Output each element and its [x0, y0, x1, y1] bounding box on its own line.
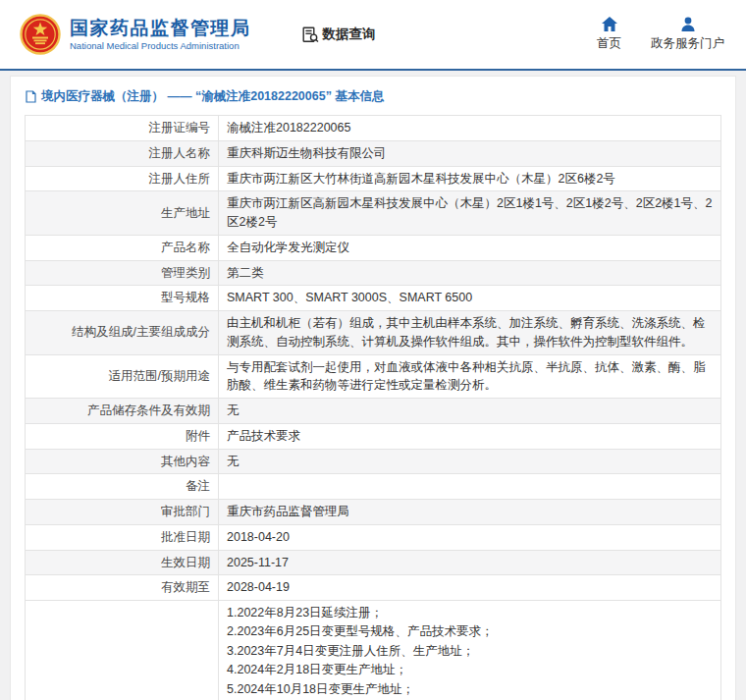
row-value: 2018-04-20: [219, 524, 721, 550]
change-record-line: 1.2022年8月23日延续注册；: [227, 604, 713, 622]
document-search-icon: [302, 27, 319, 43]
content-card: 境内医疗器械（注册） —— “渝械注准20182220065” 基本信息 注册证…: [10, 76, 736, 700]
row-label: 产品名称: [26, 235, 219, 260]
row-label: 注册人住所: [26, 166, 219, 191]
row-label: 生产地址: [26, 191, 219, 236]
row-value: 渝械注准20182220065: [219, 116, 721, 141]
site-title: 国家药品监督管理局: [70, 18, 251, 39]
table-row: 产品名称全自动化学发光测定仪: [26, 235, 721, 260]
row-label: 其他内容: [26, 449, 219, 474]
home-icon: [602, 17, 617, 31]
nav-home[interactable]: 首页: [597, 17, 621, 52]
table-row: 批准日期2018-04-20: [26, 524, 721, 550]
row-label: 审批部门: [26, 500, 219, 525]
table-row: 结构及组成/主要组成成分由主机和机柜（若有）组成，其中主机由样本系统、加注系统、…: [26, 311, 721, 355]
row-label: 附件: [26, 423, 219, 449]
table-row: 审批部门重庆市药品监督管理局: [26, 500, 721, 525]
row-value: [219, 474, 721, 500]
row-label: 适用范围/预期用途: [26, 354, 219, 399]
site-logo[interactable]: 国家药品监督管理局 National Medical Products Admi…: [20, 14, 251, 55]
table-row: 生效日期2025-11-17: [26, 550, 721, 575]
header-right-nav: 首页 政务服务门户: [597, 17, 728, 52]
table-row: 备注: [26, 474, 721, 500]
row-value: SMART 300、SMART 3000S、SMART 6500: [219, 286, 721, 311]
row-label: 注册人名称: [26, 140, 219, 166]
change-record-line: 4.2024年2月18日变更生产地址；: [227, 661, 713, 679]
row-value: 1.2022年8月23日延续注册；2.2023年6月25日变更型号规格、产品技术…: [219, 601, 721, 700]
row-value: 第二类: [219, 260, 721, 286]
row-value: 全自动化学发光测定仪: [219, 235, 721, 260]
table-row: 其他内容无: [26, 449, 721, 474]
row-label: 备注: [26, 474, 219, 500]
row-label: 产品储存条件及有效期: [26, 399, 219, 424]
table-row: 注册证编号渝械注准20182220065: [26, 116, 721, 141]
table-row: 注册人名称重庆科斯迈生物科技有限公司: [26, 140, 721, 166]
page-icon: [26, 90, 36, 103]
breadcrumb: 境内医疗器械（注册） —— “渝械注准20182220065” 基本信息: [25, 84, 721, 115]
row-label: 注册证编号: [26, 116, 219, 141]
table-row: 注册人住所重庆市两江新区大竹林街道高新园木星科技发展中心（木星）2区6楼2号: [26, 166, 721, 191]
row-value: 2025-11-17: [219, 550, 721, 575]
nav-gov-portal-label: 政务服务门户: [651, 35, 724, 52]
change-record-line: 3.2023年7月4日变更注册人住所、生产地址；: [227, 642, 713, 661]
change-record-line: 5.2024年10月18日变更生产地址；: [227, 680, 713, 699]
breadcrumb-text: 境内医疗器械（注册） —— “渝械注准20182220065” 基本信息: [41, 88, 384, 105]
row-label: 变更情况: [26, 601, 219, 700]
row-label: 批准日期: [26, 524, 219, 550]
user-icon: [680, 17, 696, 31]
row-value: 产品技术要求: [219, 423, 721, 449]
row-value: 由主机和机柜（若有）组成，其中主机由样本系统、加注系统、孵育系统、洗涤系统、检测…: [219, 311, 721, 355]
row-value: 无: [219, 449, 721, 474]
table-row: 产品储存条件及有效期无: [26, 399, 721, 424]
table-row: 型号规格SMART 300、SMART 3000S、SMART 6500: [26, 286, 721, 311]
table-row: 变更情况1.2022年8月23日延续注册；2.2023年6月25日变更型号规格、…: [26, 601, 721, 700]
table-row: 有效期至2028-04-19: [26, 575, 721, 601]
site-header: 国家药品监督管理局 National Medical Products Admi…: [0, 0, 746, 69]
nav-data-query[interactable]: 数据查询: [302, 26, 376, 43]
row-label: 生效日期: [26, 550, 219, 575]
row-label: 管理类别: [26, 260, 219, 286]
table-row: 管理类别第二类: [26, 260, 721, 286]
change-record-line: 2.2023年6月25日变更型号规格、产品技术要求；: [227, 622, 713, 641]
site-subtitle: National Medical Products Administration: [70, 40, 251, 51]
nav-data-query-label: 数据查询: [323, 26, 376, 43]
row-value: 重庆市两江新区高新园木星科技发展中心（木星）2区1楼1号、2区1楼2号、2区2楼…: [219, 191, 721, 236]
row-label: 结构及组成/主要组成成分: [26, 311, 219, 355]
row-label: 有效期至: [26, 575, 219, 601]
table-row: 生产地址重庆市两江新区高新园木星科技发展中心（木星）2区1楼1号、2区1楼2号、…: [26, 191, 721, 236]
nav-home-label: 首页: [597, 35, 621, 52]
table-row: 附件产品技术要求: [26, 423, 721, 449]
row-value: 无: [219, 399, 721, 424]
row-value: 2028-04-19: [219, 575, 721, 601]
row-value: 重庆科斯迈生物科技有限公司: [219, 140, 721, 166]
info-table: 注册证编号渝械注准20182220065注册人名称重庆科斯迈生物科技有限公司注册…: [25, 115, 721, 700]
table-row: 适用范围/预期用途与专用配套试剂一起使用，对血液或体液中各种相关抗原、半抗原、抗…: [26, 354, 721, 399]
row-label: 型号规格: [26, 286, 219, 311]
info-table-body: 注册证编号渝械注准20182220065注册人名称重庆科斯迈生物科技有限公司注册…: [26, 116, 721, 700]
row-value: 重庆市药品监督管理局: [219, 500, 721, 525]
header-divider: [0, 69, 746, 71]
nav-gov-portal[interactable]: 政务服务门户: [651, 17, 724, 52]
row-value: 重庆市两江新区大竹林街道高新园木星科技发展中心（木星）2区6楼2号: [219, 166, 721, 191]
row-value: 与专用配套试剂一起使用，对血液或体液中各种相关抗原、半抗原、抗体、激素、酶、脂肪…: [219, 354, 721, 399]
national-emblem-icon: [20, 14, 61, 55]
